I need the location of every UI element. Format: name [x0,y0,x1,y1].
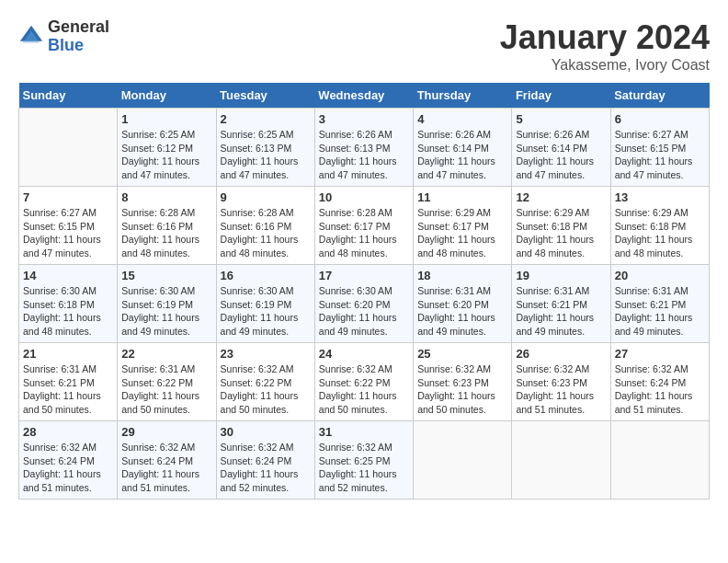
day-number: 4 [417,112,507,126]
day-info: Sunrise: 6:32 AM Sunset: 6:24 PM Dayligh… [121,441,211,495]
logo-general: General [48,18,109,37]
calendar-cell: 28Sunrise: 6:32 AM Sunset: 6:24 PM Dayli… [19,421,118,500]
month-title: January 2024 [500,18,710,57]
day-info: Sunrise: 6:30 AM Sunset: 6:19 PM Dayligh… [221,284,311,339]
day-info: Sunrise: 6:30 AM Sunset: 6:20 PM Dayligh… [319,284,409,339]
calendar-week-row: 21Sunrise: 6:31 AM Sunset: 6:21 PM Dayli… [19,343,710,421]
location: Yakasseme, Ivory Coast [500,57,710,74]
calendar-cell: 20Sunrise: 6:31 AM Sunset: 6:21 PM Dayli… [610,265,709,343]
calendar-cell: 6Sunrise: 6:27 AM Sunset: 6:15 PM Daylig… [610,109,709,187]
calendar-cell: 2Sunrise: 6:25 AM Sunset: 6:13 PM Daylig… [216,109,314,187]
day-number: 1 [121,112,211,126]
day-number: 22 [121,347,211,361]
day-info: Sunrise: 6:31 AM Sunset: 6:20 PM Dayligh… [417,284,507,339]
calendar-cell: 17Sunrise: 6:30 AM Sunset: 6:20 PM Dayli… [314,265,413,343]
day-number: 17 [319,269,409,282]
day-number: 11 [417,190,507,204]
calendar-cell: 13Sunrise: 6:29 AM Sunset: 6:18 PM Dayli… [610,187,709,265]
day-info: Sunrise: 6:28 AM Sunset: 6:16 PM Dayligh… [221,206,311,260]
calendar-week-row: 28Sunrise: 6:32 AM Sunset: 6:24 PM Dayli… [19,421,710,500]
logo-text: General Blue [48,18,109,55]
day-info: Sunrise: 6:32 AM Sunset: 6:24 PM Dayligh… [615,362,705,417]
day-info: Sunrise: 6:31 AM Sunset: 6:22 PM Dayligh… [121,362,211,417]
day-info: Sunrise: 6:32 AM Sunset: 6:22 PM Dayligh… [319,362,409,417]
day-info: Sunrise: 6:30 AM Sunset: 6:18 PM Dayligh… [23,284,113,339]
day-info: Sunrise: 6:28 AM Sunset: 6:16 PM Dayligh… [121,206,211,260]
weekday-header-friday: Friday [512,83,610,109]
day-info: Sunrise: 6:32 AM Sunset: 6:24 PM Dayligh… [23,441,113,495]
day-number: 16 [221,269,311,282]
calendar-cell: 27Sunrise: 6:32 AM Sunset: 6:24 PM Dayli… [610,343,709,421]
day-info: Sunrise: 6:30 AM Sunset: 6:19 PM Dayligh… [121,284,211,339]
day-info: Sunrise: 6:29 AM Sunset: 6:18 PM Dayligh… [516,206,606,260]
day-info: Sunrise: 6:32 AM Sunset: 6:23 PM Dayligh… [516,362,606,417]
calendar-cell: 25Sunrise: 6:32 AM Sunset: 6:23 PM Dayli… [414,343,512,421]
day-number: 26 [516,347,606,361]
day-info: Sunrise: 6:27 AM Sunset: 6:15 PM Dayligh… [615,128,705,182]
day-info: Sunrise: 6:26 AM Sunset: 6:14 PM Dayligh… [516,128,606,182]
day-number: 5 [516,112,606,126]
day-number: 18 [417,269,507,282]
day-number: 3 [319,112,409,126]
day-number: 27 [615,347,705,361]
day-info: Sunrise: 6:32 AM Sunset: 6:23 PM Dayligh… [417,362,507,417]
day-number: 25 [417,347,507,361]
calendar-cell: 19Sunrise: 6:31 AM Sunset: 6:21 PM Dayli… [512,265,610,343]
calendar-week-row: 14Sunrise: 6:30 AM Sunset: 6:18 PM Dayli… [19,265,710,343]
day-info: Sunrise: 6:26 AM Sunset: 6:14 PM Dayligh… [417,128,507,182]
calendar-cell: 31Sunrise: 6:32 AM Sunset: 6:25 PM Dayli… [314,421,413,500]
calendar-cell: 22Sunrise: 6:31 AM Sunset: 6:22 PM Dayli… [118,343,216,421]
calendar-cell [414,421,512,500]
day-number: 31 [319,425,409,439]
title-block: January 2024 Yakasseme, Ivory Coast [500,18,710,74]
calendar-cell: 15Sunrise: 6:30 AM Sunset: 6:19 PM Dayli… [118,265,216,343]
day-number: 6 [615,112,705,126]
weekday-header-monday: Monday [118,83,216,109]
calendar-cell: 24Sunrise: 6:32 AM Sunset: 6:22 PM Dayli… [314,343,413,421]
calendar-cell: 23Sunrise: 6:32 AM Sunset: 6:22 PM Dayli… [216,343,314,421]
calendar-cell: 29Sunrise: 6:32 AM Sunset: 6:24 PM Dayli… [118,421,216,500]
calendar-table: SundayMondayTuesdayWednesdayThursdayFrid… [18,83,710,500]
page-header: General Blue January 2024 Yakasseme, Ivo… [18,18,710,74]
day-info: Sunrise: 6:29 AM Sunset: 6:17 PM Dayligh… [417,206,507,260]
day-info: Sunrise: 6:32 AM Sunset: 6:22 PM Dayligh… [221,362,311,417]
calendar-cell: 9Sunrise: 6:28 AM Sunset: 6:16 PM Daylig… [216,187,314,265]
calendar-cell: 30Sunrise: 6:32 AM Sunset: 6:24 PM Dayli… [216,421,314,500]
day-number: 2 [221,112,311,126]
calendar-cell: 10Sunrise: 6:28 AM Sunset: 6:17 PM Dayli… [314,187,413,265]
calendar-cell: 16Sunrise: 6:30 AM Sunset: 6:19 PM Dayli… [216,265,314,343]
day-number: 20 [615,269,705,282]
calendar-cell: 8Sunrise: 6:28 AM Sunset: 6:16 PM Daylig… [118,187,216,265]
day-info: Sunrise: 6:32 AM Sunset: 6:25 PM Dayligh… [319,441,409,495]
weekday-header-saturday: Saturday [610,83,709,109]
calendar-week-row: 1Sunrise: 6:25 AM Sunset: 6:12 PM Daylig… [19,109,710,187]
calendar-cell [512,421,610,500]
weekday-header-wednesday: Wednesday [314,83,413,109]
calendar-cell: 3Sunrise: 6:26 AM Sunset: 6:13 PM Daylig… [314,109,413,187]
calendar-cell: 21Sunrise: 6:31 AM Sunset: 6:21 PM Dayli… [19,343,118,421]
calendar-week-row: 7Sunrise: 6:27 AM Sunset: 6:15 PM Daylig… [19,187,710,265]
calendar-cell: 4Sunrise: 6:26 AM Sunset: 6:14 PM Daylig… [414,109,512,187]
day-number: 12 [516,190,606,204]
calendar-cell: 11Sunrise: 6:29 AM Sunset: 6:17 PM Dayli… [414,187,512,265]
day-number: 24 [319,347,409,361]
weekday-header-row: SundayMondayTuesdayWednesdayThursdayFrid… [19,83,710,109]
day-info: Sunrise: 6:25 AM Sunset: 6:13 PM Dayligh… [221,128,311,182]
day-info: Sunrise: 6:29 AM Sunset: 6:18 PM Dayligh… [615,206,705,260]
calendar-cell: 12Sunrise: 6:29 AM Sunset: 6:18 PM Dayli… [512,187,610,265]
calendar-cell [19,109,118,187]
day-info: Sunrise: 6:25 AM Sunset: 6:12 PM Dayligh… [121,128,211,182]
day-info: Sunrise: 6:26 AM Sunset: 6:13 PM Dayligh… [319,128,409,182]
weekday-header-sunday: Sunday [19,83,118,109]
calendar-cell: 7Sunrise: 6:27 AM Sunset: 6:15 PM Daylig… [19,187,118,265]
calendar-cell: 14Sunrise: 6:30 AM Sunset: 6:18 PM Dayli… [19,265,118,343]
day-number: 21 [23,347,113,361]
day-info: Sunrise: 6:28 AM Sunset: 6:17 PM Dayligh… [319,206,409,260]
calendar-cell: 26Sunrise: 6:32 AM Sunset: 6:23 PM Dayli… [512,343,610,421]
day-number: 7 [23,190,113,204]
day-number: 28 [23,425,113,439]
day-number: 8 [121,190,211,204]
logo: General Blue [18,18,109,55]
logo-blue: Blue [48,37,109,55]
calendar-cell: 18Sunrise: 6:31 AM Sunset: 6:20 PM Dayli… [414,265,512,343]
